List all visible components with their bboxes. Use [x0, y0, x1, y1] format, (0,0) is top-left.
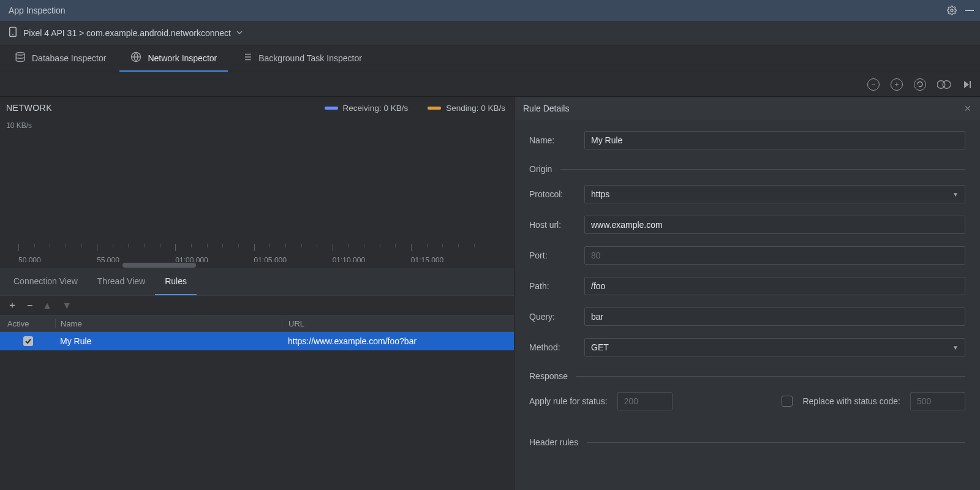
timeline-scrollbar-thumb[interactable] — [123, 263, 196, 268]
divider — [576, 376, 965, 377]
view-tabs: Connection View Thread View Rules — [0, 268, 514, 295]
tab-label: Network Inspector — [148, 53, 217, 63]
tab-connection-view[interactable]: Connection View — [4, 268, 88, 295]
left-column: NETWORK Receiving: 0 KB/s Sending: 0 KB/… — [0, 97, 514, 490]
add-rule-icon[interactable]: ＋ — [7, 299, 17, 312]
svg-point-4 — [16, 53, 24, 56]
device-selector[interactable]: Pixel 4 API 31 > com.example.android.net… — [0, 21, 980, 45]
minimize-icon[interactable] — [965, 6, 974, 15]
zoom-to-selection-icon[interactable] — [937, 78, 951, 91]
timeline-scrollbar[interactable] — [0, 262, 514, 268]
caret-down-icon: ▼ — [952, 344, 959, 351]
timeline-toolbar: − + — [0, 72, 980, 97]
table-row[interactable]: My Rule https://www.example.com/foo?bar — [0, 332, 514, 350]
rule-details-panel: Rule Details ✕ Name: Origin Protocol: ht… — [514, 97, 980, 490]
method-label: Method: — [529, 342, 584, 352]
go-to-live-icon[interactable] — [962, 80, 971, 89]
timeline-legend: Receiving: 0 KB/s Sending: 0 KB/s — [325, 104, 505, 113]
svg-rect-15 — [970, 81, 971, 88]
col-header-name[interactable]: Name — [55, 319, 282, 328]
move-down-icon[interactable]: ▼ — [62, 300, 72, 311]
device-icon — [7, 26, 18, 39]
tab-thread-view[interactable]: Thread View — [88, 268, 155, 295]
protocol-select[interactable]: https ▼ — [584, 185, 965, 203]
protocol-label: Protocol: — [529, 189, 584, 199]
window-title: App Inspection — [9, 6, 66, 15]
tab-network-inspector[interactable]: Network Inspector — [119, 45, 228, 72]
host-field[interactable] — [584, 216, 965, 234]
gear-icon[interactable] — [947, 6, 957, 15]
active-checkbox[interactable] — [23, 336, 33, 346]
zoom-in-icon[interactable]: + — [891, 78, 903, 91]
globe-icon — [130, 51, 141, 64]
tab-background-task-inspector[interactable]: Background Task Inspector — [230, 45, 373, 72]
svg-point-0 — [951, 9, 953, 12]
origin-section-label: Origin — [529, 164, 552, 174]
database-icon — [15, 51, 26, 64]
path-label: Path: — [529, 281, 584, 291]
caret-down-icon: ▼ — [952, 191, 959, 198]
tab-label: Background Task Inspector — [258, 53, 362, 63]
divider — [560, 169, 965, 170]
close-icon[interactable]: ✕ — [964, 104, 971, 113]
col-header-url[interactable]: URL — [282, 319, 514, 328]
method-value: GET — [591, 342, 609, 352]
header-rules-section-label: Header rules — [529, 437, 578, 447]
path-field[interactable] — [584, 277, 965, 295]
legend-receiving: Receiving: 0 KB/s — [325, 104, 409, 113]
rules-table-header: Active Name URL — [0, 315, 514, 332]
host-label: Host url: — [529, 220, 584, 230]
zoom-out-icon[interactable]: − — [867, 78, 880, 91]
port-label: Port: — [529, 251, 584, 260]
query-label: Query: — [529, 312, 584, 322]
rules-toolbar: ＋ − ▲ ▼ — [0, 295, 514, 315]
protocol-value: https — [591, 189, 609, 199]
name-label: Name: — [529, 135, 584, 145]
rules-table: Active Name URL My Rule https://www.exam… — [0, 315, 514, 490]
svg-rect-1 — [965, 10, 974, 11]
network-timeline[interactable]: NETWORK Receiving: 0 KB/s Sending: 0 KB/… — [0, 97, 514, 268]
svg-point-14 — [943, 80, 951, 88]
replace-status-checkbox[interactable] — [782, 396, 793, 407]
replace-status-label: Replace with status code: — [802, 396, 900, 406]
y-axis-label: 10 KB/s — [6, 121, 32, 130]
col-header-active[interactable]: Active — [0, 319, 55, 328]
tab-database-inspector[interactable]: Database Inspector — [4, 45, 117, 72]
list-icon — [241, 51, 252, 64]
move-up-icon[interactable]: ▲ — [42, 300, 52, 311]
replace-status-field[interactable] — [910, 392, 965, 410]
name-field[interactable] — [584, 131, 965, 149]
inspector-tabs: Database Inspector Network Inspector Bac… — [0, 45, 980, 72]
rule-url-cell: https://www.example.com/foo?bar — [282, 336, 514, 346]
apply-status-field[interactable] — [617, 392, 673, 410]
port-field[interactable] — [584, 246, 965, 265]
rule-name-cell: My Rule — [55, 336, 282, 346]
chevron-down-icon — [236, 28, 243, 38]
tab-label: Database Inspector — [32, 53, 106, 63]
title-bar: App Inspection — [0, 0, 980, 21]
divider — [587, 442, 965, 443]
timeline-ruler — [0, 244, 514, 251]
method-select[interactable]: GET ▼ — [584, 338, 965, 356]
reset-zoom-icon[interactable] — [914, 78, 926, 91]
panel-title: Rule Details — [523, 104, 569, 113]
device-breadcrumb: Pixel 4 API 31 > com.example.android.net… — [23, 28, 231, 38]
query-field[interactable] — [584, 307, 965, 326]
timeline-title: NETWORK — [6, 103, 52, 113]
remove-rule-icon[interactable]: − — [27, 300, 32, 311]
apply-status-label: Apply rule for status: — [529, 396, 608, 406]
tab-rules[interactable]: Rules — [155, 268, 197, 295]
legend-sending: Sending: 0 KB/s — [428, 104, 505, 113]
response-section-label: Response — [529, 371, 568, 381]
